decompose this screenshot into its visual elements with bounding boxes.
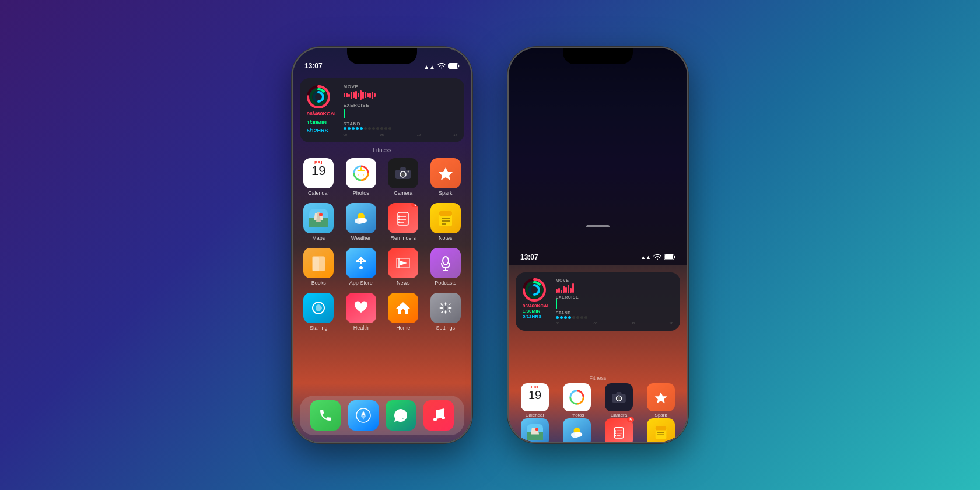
app-health[interactable]: Health	[342, 293, 380, 331]
phone-1: 13:07 ▲▲	[292, 47, 473, 443]
widget-right-2: MOVE EXERCISE STAND	[556, 278, 673, 325]
svg-marker-55	[361, 414, 366, 420]
app-books[interactable]: Books	[300, 248, 338, 286]
app-settings[interactable]: Settings	[427, 293, 465, 331]
app-maps-2[interactable]: Maps	[516, 418, 554, 442]
power-button-2	[687, 135, 688, 176]
app-photos[interactable]: Photos	[342, 158, 380, 196]
stand-dots-1	[344, 127, 457, 130]
app-photos-label-2: Photos	[570, 412, 584, 418]
app-home-label: Home	[396, 325, 410, 331]
app-settings-label: Settings	[436, 325, 455, 331]
svg-point-70	[617, 397, 620, 400]
app-home[interactable]: Home	[384, 293, 422, 331]
app-news[interactable]: News	[384, 248, 422, 286]
battery-icon-2	[664, 254, 676, 260]
stat-stand-1: 5/12HRS	[307, 127, 338, 135]
app-starling[interactable]: Starling	[300, 293, 338, 331]
fitness-section-label-2: Fitness	[509, 375, 687, 381]
phone-content-1: 96/460KCAL 1/30MIN 5/12HRS MOVE EXERCISE	[293, 74, 471, 442]
svg-rect-33	[439, 211, 452, 216]
app-notes-label: Notes	[439, 235, 453, 241]
app-photos-label: Photos	[353, 190, 369, 196]
svg-point-29	[398, 216, 400, 218]
dock-whatsapp[interactable]	[386, 400, 416, 430]
svg-point-50	[402, 309, 404, 312]
app-maps-label: Maps	[312, 235, 325, 241]
fitness-widget-1[interactable]: 96/460KCAL 1/30MIN 5/12HRS MOVE EXERCISE	[300, 78, 464, 142]
svg-rect-71	[616, 392, 621, 395]
svg-point-45	[443, 257, 449, 265]
svg-marker-72	[655, 392, 667, 403]
signal-icon-2: ▲▲	[640, 254, 651, 260]
app-weather[interactable]: Weather	[342, 203, 380, 241]
app-books-label: Books	[312, 280, 326, 286]
power-button	[471, 135, 473, 176]
widget-stand-row-2: STAND	[556, 311, 673, 319]
app-calendar-2[interactable]: FRI 19 Calendar	[516, 383, 554, 418]
app-appstore[interactable]: App Store	[342, 248, 380, 286]
app-notes-2[interactable]: Notes	[642, 418, 680, 442]
app-spark[interactable]: Spark	[427, 158, 465, 196]
app-spark-label-2: Spark	[655, 412, 667, 418]
app-reminders[interactable]: 9 Reminders	[384, 203, 422, 241]
svg-point-24	[359, 218, 367, 223]
svg-point-53	[356, 408, 370, 422]
app-news-label: News	[397, 280, 410, 286]
svg-marker-49	[396, 302, 410, 314]
svg-point-81	[615, 430, 617, 432]
fitness-widget-2[interactable]: 96/460KCAL 1/30MIN 5/12HRS MOVE EXERCISE	[516, 272, 680, 331]
dock-music[interactable]	[424, 400, 454, 430]
app-notes[interactable]: Notes	[427, 203, 465, 241]
app-camera-2[interactable]: Camera	[600, 383, 638, 418]
exercise-label: EXERCISE	[344, 103, 457, 108]
app-camera-label: Camera	[394, 190, 412, 196]
app-podcasts[interactable]: Podcasts	[427, 248, 465, 286]
svg-rect-14	[400, 167, 406, 170]
widget-stats-2: 96/460KCAL 1/30MIN 5/12HRS	[523, 303, 550, 319]
app-reminders-2[interactable]: 9 Reminders	[600, 418, 638, 442]
svg-point-31	[398, 222, 400, 223]
app-camera[interactable]: Camera	[384, 158, 422, 196]
svg-point-56	[433, 418, 437, 421]
svg-point-83	[615, 435, 617, 437]
svg-point-15	[408, 171, 410, 173]
notch-2	[563, 48, 633, 64]
widget-exercise-row: EXERCISE	[344, 103, 457, 119]
stat-exercise-2: 1/30MIN	[523, 309, 550, 314]
reminders-badge: 9	[411, 203, 418, 207]
phone-2: 13:07 ▲▲	[508, 47, 688, 443]
activity-rings-1	[307, 85, 330, 108]
app-weather-2[interactable]: Weather	[558, 418, 596, 442]
svg-marker-16	[439, 167, 453, 180]
fitness-section-label-1: Fitness	[300, 147, 464, 153]
widget-stats-1: 96/460KCAL 1/30MIN 5/12HRS	[307, 110, 338, 135]
widget-right-1: MOVE EXERCISE STAND	[344, 84, 457, 136]
exercise-bars	[344, 108, 457, 119]
svg-rect-88	[656, 426, 667, 430]
app-calendar[interactable]: FRI 19 Calendar	[300, 158, 338, 196]
app-spark-2[interactable]: Spark	[642, 383, 680, 418]
svg-rect-39	[319, 257, 325, 271]
app-maps[interactable]: Maps	[300, 203, 338, 241]
app-calendar-label: Calendar	[308, 190, 330, 196]
status-time-2: 13:07	[520, 253, 538, 261]
app-camera-label-2: Camera	[611, 412, 627, 418]
svg-rect-1	[449, 64, 457, 68]
dock-safari[interactable]	[348, 400, 379, 430]
app-grid-row2-2: Maps Weather 9	[516, 418, 680, 442]
svg-point-57	[442, 416, 445, 419]
app-weather-label: Weather	[351, 235, 371, 241]
widget-move-row: MOVE	[344, 84, 457, 100]
app-grid-1: FRI 19 Calendar	[300, 158, 464, 331]
dock-phone[interactable]	[310, 400, 341, 430]
svg-rect-38	[313, 257, 319, 271]
widget-move-row-2: MOVE	[556, 278, 673, 293]
phone-screen-1: 13:07 ▲▲	[293, 48, 471, 442]
battery-icon	[448, 63, 460, 70]
svg-point-10	[359, 171, 363, 176]
app-photos-2[interactable]: Photos	[558, 383, 596, 418]
activity-rings-2	[523, 278, 546, 302]
wifi-icon	[438, 63, 446, 70]
widget-exercise-row-2: EXERCISE	[556, 295, 673, 309]
